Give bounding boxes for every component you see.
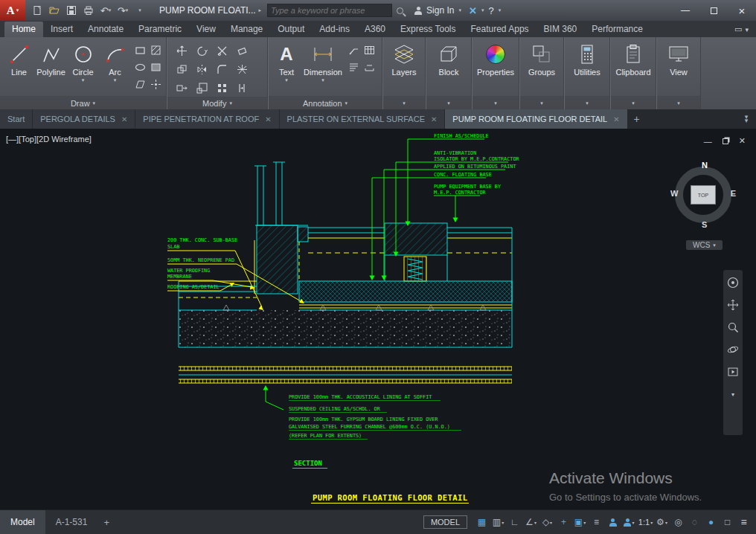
ribbon-tab-featured-apps[interactable]: Featured Apps <box>464 22 536 37</box>
clipboard-panel-label[interactable]: ▾ <box>611 96 656 109</box>
model-tab[interactable]: Model <box>0 510 45 534</box>
copy-tool-icon[interactable] <box>172 60 191 78</box>
mirror-tool-icon[interactable] <box>192 60 211 78</box>
view-panel-label[interactable]: ▾ <box>657 96 700 109</box>
ellipse-tool-icon[interactable] <box>132 59 147 75</box>
viewcube-top-face[interactable]: TOP <box>691 185 716 205</box>
view-button[interactable]: View <box>660 40 697 77</box>
isodraft-toggle[interactable]: ◇▾ <box>539 514 555 530</box>
close-button[interactable]: × <box>728 0 756 21</box>
ribbon-tab-addins[interactable]: Add-ins <box>312 22 357 37</box>
wcs-selector[interactable]: WCS ▾ <box>686 240 723 250</box>
region-tool-icon[interactable] <box>132 76 147 92</box>
full-navigation-wheel-icon[interactable] <box>726 276 740 289</box>
groups-button[interactable]: Groups <box>523 40 560 77</box>
object-snap-tracking-toggle[interactable]: + <box>556 514 571 530</box>
ribbon-tab-bim360[interactable]: BIM 360 <box>536 22 585 37</box>
maximize-button[interactable] <box>699 0 728 21</box>
explode-tool-icon[interactable] <box>232 60 252 78</box>
undo-button[interactable]: ↶▾ <box>98 3 113 18</box>
ribbon-tab-a360[interactable]: A360 <box>357 22 393 37</box>
ribbon-tab-home[interactable]: Home <box>4 22 43 37</box>
point-tool-icon[interactable] <box>148 76 163 92</box>
leader-tool-icon[interactable] <box>346 42 361 58</box>
ribbon-tab-performance[interactable]: Performance <box>584 22 650 37</box>
polyline-tool-button[interactable]: Polyline <box>35 40 67 77</box>
multiline-text-icon[interactable] <box>346 59 361 75</box>
annotation-visibility-toggle[interactable] <box>605 514 621 530</box>
fillet-tool-icon[interactable] <box>212 60 231 78</box>
arc-tool-button[interactable]: Arc ▾ <box>99 40 131 83</box>
erase-tool-icon[interactable] <box>232 42 252 59</box>
close-tab-icon[interactable]: ✕ <box>265 115 271 123</box>
line-tool-button[interactable]: Line <box>3 40 35 77</box>
new-drawing-tab-button[interactable]: + <box>628 109 646 129</box>
grid-display-toggle[interactable]: ▦ <box>474 514 490 530</box>
block-button[interactable]: Block <box>429 40 468 77</box>
trim-tool-icon[interactable] <box>212 42 231 59</box>
ribbon-tab-manage[interactable]: Manage <box>223 22 270 37</box>
clipboard-button[interactable]: Clipboard <box>614 40 653 77</box>
rotate-tool-icon[interactable] <box>192 42 211 59</box>
annotation-autoscale-toggle[interactable]: ▾ <box>621 514 637 530</box>
dimension-style-icon[interactable] <box>362 59 377 75</box>
polar-tracking-toggle[interactable]: ∠▾ <box>523 514 539 530</box>
cad-drawing[interactable]: FINISH AS/SCHEDULE ANTI-VIBRATION ISOLAT… <box>0 129 756 509</box>
ribbon-minimize-icon[interactable]: ▾ <box>745 26 749 33</box>
drawing-canvas[interactable]: [—][Top][2D Wireframe] — ✕ <box>0 129 756 509</box>
search-icon[interactable] <box>392 3 407 18</box>
object-snap-toggle[interactable]: ▣▾ <box>572 514 588 530</box>
minimize-button[interactable]: — <box>671 0 699 21</box>
file-tab-pergola[interactable]: PERGOLA DETAILS ✕ <box>33 109 135 129</box>
redo-button[interactable]: ↷▾ <box>115 3 130 18</box>
viewcube-west[interactable]: W <box>670 189 678 198</box>
close-tab-icon[interactable]: ✕ <box>431 115 437 123</box>
help-icon[interactable]: ? <box>488 5 493 16</box>
utilities-panel-label[interactable]: ▾ <box>565 96 609 109</box>
autocad-app-menu-button[interactable]: A ▾ <box>0 0 25 21</box>
file-tab-plaster[interactable]: PLASTER ON EXTERNAL SURFACE ✕ <box>280 109 445 129</box>
text-tool-button[interactable]: A Text ▾ <box>272 40 301 83</box>
annotation-monitor-toggle[interactable]: ◎ <box>670 514 686 530</box>
modify-panel-label[interactable]: Modify ▾ <box>167 97 267 109</box>
customization-menu-button[interactable]: ≡ <box>736 514 752 530</box>
new-file-button[interactable] <box>30 3 45 18</box>
workspace-switching-button[interactable]: ⚙▾ <box>654 514 670 530</box>
viewcube[interactable]: N S W E TOP <box>669 161 737 229</box>
ortho-mode-toggle[interactable]: ∟ <box>507 514 522 530</box>
circle-tool-button[interactable]: Circle ▾ <box>67 40 99 83</box>
scale-tool-icon[interactable] <box>192 79 211 97</box>
file-tab-pump-room[interactable]: PUMP ROOM FLOATING FLOOR DETAIL ✕ <box>445 109 627 129</box>
utilities-button[interactable]: Utilities <box>568 40 606 77</box>
properties-panel-label[interactable]: ▾ <box>472 96 519 109</box>
qat-customize-button[interactable]: ▾ <box>132 3 147 18</box>
layers-panel-label[interactable]: ▾ <box>383 96 425 109</box>
array-tool-icon[interactable] <box>212 79 231 97</box>
model-space-button[interactable]: MODEL <box>423 515 467 529</box>
save-button[interactable] <box>64 3 79 18</box>
close-tab-icon[interactable]: ✕ <box>121 115 127 123</box>
new-layout-button[interactable]: + <box>97 517 115 528</box>
block-panel-label[interactable]: ▾ <box>426 96 471 109</box>
chevron-down-icon[interactable]: ▾ <box>285 77 288 83</box>
snap-mode-toggle[interactable]: ▥▾ <box>490 514 506 530</box>
ribbon-cycle-icon[interactable]: ▭ <box>734 25 742 34</box>
dimension-tool-button[interactable]: Dimension ▾ <box>301 40 345 83</box>
rectangle-tool-icon[interactable] <box>132 42 147 58</box>
ribbon-tab-view[interactable]: View <box>189 22 223 37</box>
file-tab-pipe-penetration[interactable]: PIPE PENETRATION AT ROOF ✕ <box>135 109 278 129</box>
isolate-objects-button[interactable]: ◌ <box>687 514 702 530</box>
plot-button[interactable] <box>81 3 96 18</box>
table-tool-icon[interactable] <box>362 42 377 58</box>
viewcube-east[interactable]: E <box>731 189 736 198</box>
orbit-icon[interactable] <box>726 343 740 356</box>
draw-panel-label[interactable]: Draw ▾ <box>0 96 166 109</box>
annotation-panel-label[interactable]: Annotation ▾ <box>269 96 382 109</box>
layout-tab-a1531[interactable]: A-1-531 <box>45 510 98 534</box>
viewcube-south[interactable]: S <box>702 220 707 229</box>
show-motion-icon[interactable] <box>726 365 740 379</box>
ribbon-tab-output[interactable]: Output <box>270 22 312 37</box>
groups-panel-label[interactable]: ▾ <box>520 96 563 109</box>
chevron-down-icon[interactable]: ▾ <box>114 77 117 83</box>
layers-button[interactable]: Layers <box>386 40 422 77</box>
